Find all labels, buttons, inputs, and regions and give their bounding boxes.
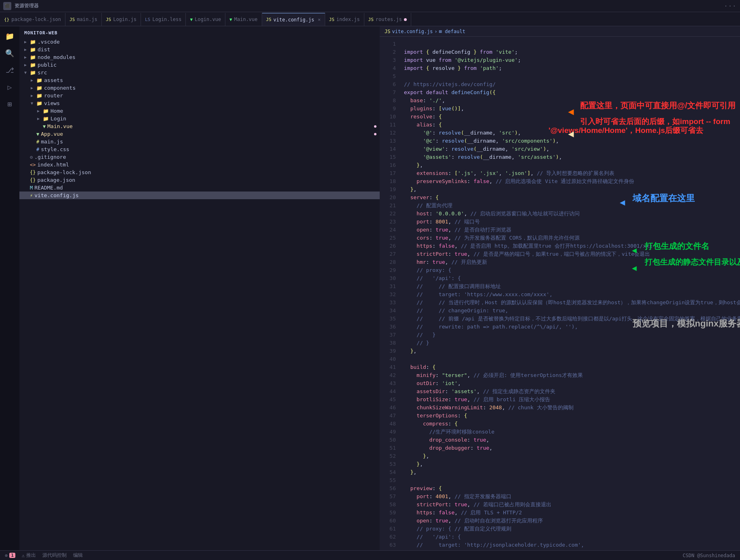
tree-label-router: router bbox=[44, 93, 63, 99]
tree-label-readme: README.md bbox=[34, 185, 63, 191]
tab-login-vue[interactable]: ▼ Login.vue bbox=[186, 13, 225, 26]
chevron-src: ▼ bbox=[24, 70, 30, 75]
explorer-icon[interactable]: 📁 bbox=[3, 29, 16, 42]
tab-login-less[interactable]: LS Login.less bbox=[141, 13, 186, 26]
tree-dist[interactable]: ▶ 📁 dist bbox=[19, 46, 380, 53]
breadcrumb-file: vite.config.js bbox=[392, 29, 433, 34]
chevron-vscode: ▶ bbox=[24, 40, 30, 44]
chevron-assets: ▶ bbox=[31, 78, 36, 82]
chevron-login-folder: ▶ bbox=[37, 116, 43, 121]
tree-router[interactable]: ▶ 📁 router bbox=[19, 92, 380, 99]
tab-icon-main-vue: ▼ bbox=[229, 17, 232, 22]
tree-style-css[interactable]: # style.css bbox=[19, 145, 380, 153]
tree-label-main-vue: Main.vue bbox=[47, 123, 73, 129]
tree-public[interactable]: ▶ 📁 public bbox=[19, 61, 380, 69]
tab-index-js[interactable]: JS index.js bbox=[325, 13, 364, 26]
file-icon-app-vue: ▼ bbox=[36, 131, 39, 137]
chevron-dist: ▶ bbox=[24, 47, 30, 52]
tab-label-login-vue: Login.vue bbox=[195, 17, 221, 22]
tree-label-dist: dist bbox=[38, 46, 50, 53]
tree-app-vue[interactable]: ▼ App.vue bbox=[19, 130, 380, 138]
tab-icon-main-js: JS bbox=[69, 17, 75, 22]
chevron-node-modules: ▶ bbox=[24, 55, 30, 59]
title-text: 资源管理器 bbox=[15, 2, 39, 9]
content-area: JS vite.config.js › ⊞ default 12345 6789… bbox=[380, 26, 740, 550]
code-editor[interactable]: 12345 678910 1112131415 1617181920 21222… bbox=[380, 37, 740, 550]
source-control-label: 源代码控制 bbox=[42, 552, 67, 559]
tree-vite-config-file[interactable]: ⚡ vite.config.js bbox=[19, 192, 380, 199]
file-icon-package-lock: {} bbox=[30, 170, 36, 175]
tab-close-vite-config[interactable]: ✕ bbox=[318, 17, 321, 22]
chevron-components: ▶ bbox=[31, 86, 36, 90]
tree-readme[interactable]: M README.md bbox=[19, 184, 380, 192]
extensions-icon[interactable]: ⊞ bbox=[3, 97, 16, 110]
title-menu-dots[interactable]: ··· bbox=[724, 3, 737, 9]
tab-package-lock[interactable]: {} package-lock.json bbox=[0, 13, 65, 26]
status-edit[interactable]: 编辑 bbox=[73, 552, 83, 559]
tree-label-login-folder: Login bbox=[50, 116, 66, 122]
tab-icon-vite-config: JS bbox=[266, 17, 271, 22]
chevron-router: ▶ bbox=[31, 93, 36, 98]
tree-components[interactable]: ▶ 📁 components bbox=[19, 84, 380, 92]
tab-icon-login-js: JS bbox=[106, 17, 111, 22]
tab-icon-package-lock: {} bbox=[4, 17, 9, 22]
tab-label-routes-js: routes.js bbox=[376, 17, 402, 22]
tree-src[interactable]: ▼ 📁 src bbox=[19, 69, 380, 76]
modified-dot-app-vue bbox=[374, 133, 376, 135]
folder-icon-router: 📁 bbox=[36, 93, 42, 99]
search-icon[interactable]: 🔍 bbox=[3, 46, 16, 59]
status-errors[interactable]: ⊗ 1 bbox=[5, 553, 15, 558]
folder-icon-home: 📁 bbox=[43, 108, 49, 114]
folder-icon-vscode: 📁 bbox=[30, 39, 36, 45]
tree-label-main-js: main.js bbox=[41, 139, 63, 145]
breadcrumb: JS vite.config.js › ⊞ default bbox=[380, 26, 740, 37]
tab-label-main-js: main.js bbox=[77, 17, 97, 22]
chevron-home: ▶ bbox=[37, 109, 43, 113]
tree-package-lock[interactable]: {} package-lock.json bbox=[19, 168, 380, 176]
status-warnings[interactable]: ⚠ 推出 bbox=[22, 552, 36, 559]
file-icon-index-html: <> bbox=[30, 162, 36, 168]
folder-icon-assets: 📁 bbox=[36, 78, 42, 83]
tree-label-src: src bbox=[38, 69, 47, 76]
arrow-1: ◀ bbox=[568, 106, 574, 117]
tree-gitignore[interactable]: ⚙ .gitignore bbox=[19, 153, 380, 161]
folder-icon-src: 📁 bbox=[30, 70, 36, 76]
tab-label-login-js: Login.js bbox=[113, 17, 137, 22]
tree-main-vue-file[interactable]: ▼ Main.vue bbox=[19, 122, 380, 130]
tab-icon-login-vue: ▼ bbox=[190, 17, 193, 22]
edit-label: 编辑 bbox=[73, 552, 83, 559]
tree-assets[interactable]: ▶ 📁 assets bbox=[19, 76, 380, 84]
status-source-control[interactable]: 源代码控制 bbox=[42, 552, 67, 559]
tab-login-js[interactable]: JS Login.js bbox=[102, 13, 141, 26]
tab-main-vue[interactable]: ▼ Main.vue bbox=[225, 13, 262, 26]
tree-home[interactable]: ▶ 📁 Home bbox=[19, 107, 380, 115]
tree-node-modules[interactable]: ▶ 📁 node_modules bbox=[19, 53, 380, 61]
code-content[interactable]: import { defineConfig } from 'vite'; imp… bbox=[399, 37, 740, 550]
tree-views[interactable]: ▼ 📁 views bbox=[19, 99, 380, 107]
tree-label-package-lock: package-lock.json bbox=[37, 169, 91, 175]
tab-routes-js[interactable]: JS routes.js bbox=[364, 13, 411, 26]
tree-package-json[interactable]: {} package.json bbox=[19, 176, 380, 184]
git-icon[interactable]: ⎇ bbox=[3, 63, 16, 76]
tab-vite-config[interactable]: JS vite.config.js ✕ bbox=[262, 13, 325, 26]
debug-icon[interactable]: ▷ bbox=[3, 80, 16, 93]
status-bar: ⊗ 1 ⚠ 推出 源代码控制 编辑 CSDN @Sunshinedada bbox=[0, 550, 740, 560]
breadcrumb-file-icon: JS bbox=[385, 29, 390, 34]
tree-label-vite-config: vite.config.js bbox=[34, 192, 79, 198]
chevron-views: ▼ bbox=[31, 101, 36, 105]
tab-main-js[interactable]: JS main.js bbox=[65, 13, 102, 26]
chevron-public: ▶ bbox=[24, 63, 30, 67]
title-bar: ⬛ 资源管理器 ··· bbox=[0, 0, 740, 12]
tree-label-vscode: .vscode bbox=[38, 39, 60, 45]
attribution-text: CSDN @Sunshinedada bbox=[683, 553, 735, 558]
tree-login-folder[interactable]: ▶ 📁 Login bbox=[19, 115, 380, 122]
tree-main-js-file[interactable]: # main.js bbox=[19, 138, 380, 145]
file-icon-gitignore: ⚙ bbox=[30, 154, 33, 160]
tree-index-html[interactable]: <> index.html bbox=[19, 161, 380, 168]
tree-vscode[interactable]: ▶ 📁 .vscode bbox=[19, 38, 380, 46]
annotation-1: 配置这里，页面中可直接用@/文件即可引用 bbox=[580, 101, 736, 110]
explorer-title: MONITOR-WEB bbox=[19, 28, 380, 38]
app-icon: ⬛ bbox=[3, 2, 11, 10]
tab-label-login-less: Login.less bbox=[152, 17, 181, 22]
folder-icon-public: 📁 bbox=[30, 62, 36, 68]
